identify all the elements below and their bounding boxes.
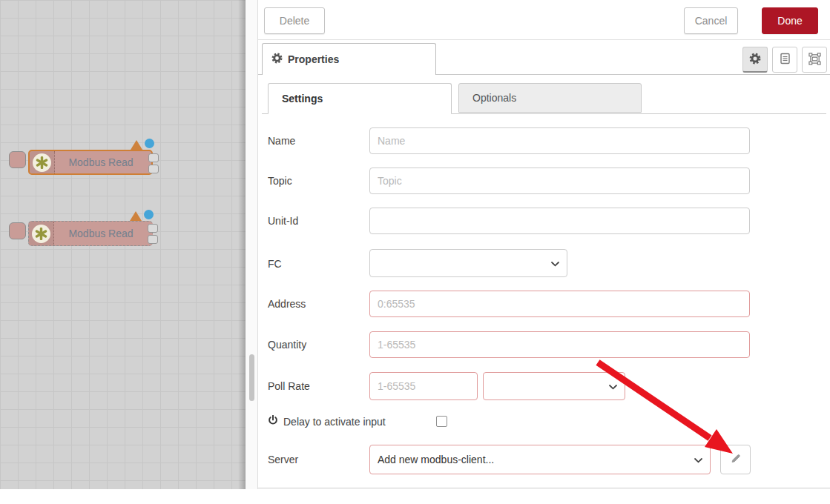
address-label: Address bbox=[268, 298, 364, 310]
server-select-value: Add new modbus-client... bbox=[378, 454, 494, 465]
node-error-triangle-icon bbox=[130, 211, 142, 221]
node-modbus-read-2[interactable]: Modbus Read bbox=[28, 221, 153, 246]
description-view-button[interactable] bbox=[772, 47, 797, 73]
topic-label: Topic bbox=[268, 175, 364, 187]
node-label: Modbus Read bbox=[54, 222, 152, 245]
address-input[interactable] bbox=[369, 291, 750, 317]
pencil-icon bbox=[730, 453, 741, 466]
tab-optionals-label: Optionals bbox=[472, 92, 516, 104]
node-output-port-2[interactable] bbox=[148, 165, 159, 173]
tab-settings-label: Settings bbox=[282, 93, 323, 105]
gear-icon bbox=[749, 53, 761, 67]
node-modbus-read-1[interactable]: Modbus Read bbox=[28, 150, 153, 175]
tab-optionals[interactable]: Optionals bbox=[458, 83, 642, 113]
poll-rate-input[interactable] bbox=[369, 372, 478, 400]
delay-checkbox[interactable] bbox=[436, 416, 447, 427]
node-output-port-1[interactable] bbox=[148, 224, 158, 233]
node-label: Modbus Read bbox=[55, 151, 151, 173]
power-icon bbox=[268, 415, 278, 428]
tab-properties[interactable]: Properties bbox=[262, 43, 436, 75]
canvas-edge-shadow bbox=[238, 0, 246, 489]
node-icon-area bbox=[29, 222, 54, 245]
tab-properties-label: Properties bbox=[288, 53, 339, 65]
cancel-button[interactable]: Cancel bbox=[684, 7, 738, 34]
gear-icon bbox=[271, 53, 283, 66]
document-icon bbox=[780, 53, 791, 67]
scrollbar-thumb[interactable] bbox=[249, 354, 254, 401]
node-changed-dot-icon bbox=[144, 210, 154, 219]
delete-button[interactable]: Delete bbox=[264, 7, 325, 34]
tab-settings[interactable]: Settings bbox=[268, 83, 452, 114]
name-label: Name bbox=[268, 135, 364, 147]
server-select[interactable]: Add new modbus-client... bbox=[369, 445, 711, 474]
quantity-input[interactable] bbox=[369, 331, 750, 358]
modbus-asterisk-icon bbox=[32, 225, 50, 243]
done-button[interactable]: Done bbox=[762, 7, 818, 34]
fc-label: FC bbox=[268, 258, 364, 270]
header-divider bbox=[258, 39, 830, 40]
chevron-down-icon bbox=[551, 257, 559, 269]
fc-select[interactable] bbox=[369, 249, 567, 277]
node-output-port-2[interactable] bbox=[148, 235, 158, 244]
server-label: Server bbox=[268, 454, 364, 465]
poll-rate-label: Poll Rate bbox=[268, 380, 364, 392]
name-input[interactable] bbox=[369, 127, 750, 154]
edit-tray: Delete Cancel Done Properties bbox=[257, 0, 830, 489]
properties-view-button[interactable] bbox=[742, 47, 768, 73]
chevron-down-icon bbox=[609, 380, 617, 392]
chevron-down-icon bbox=[694, 454, 702, 465]
node-output-port-1[interactable] bbox=[148, 153, 159, 162]
appearance-view-button[interactable] bbox=[802, 47, 827, 73]
unit-id-input[interactable] bbox=[369, 208, 750, 234]
quantity-label: Quantity bbox=[268, 339, 364, 351]
delay-label: Delay to activate input bbox=[283, 416, 386, 428]
node-changed-dot-icon bbox=[145, 139, 154, 148]
topic-input[interactable] bbox=[369, 168, 750, 194]
flow-canvas[interactable]: Modbus Read Modbus Read bbox=[0, 0, 246, 489]
edit-server-button[interactable] bbox=[720, 445, 751, 474]
node-icon-area bbox=[30, 151, 55, 173]
form-bottom-divider bbox=[258, 488, 830, 488]
node-error-triangle-icon bbox=[131, 140, 142, 150]
scrollbar-track[interactable] bbox=[246, 0, 257, 489]
node-input-port[interactable] bbox=[9, 151, 26, 168]
node-input-port[interactable] bbox=[9, 222, 26, 239]
appearance-icon bbox=[808, 53, 821, 67]
unit-id-label: Unit-Id bbox=[268, 215, 364, 227]
modbus-asterisk-icon bbox=[33, 153, 51, 172]
poll-rate-unit-select[interactable] bbox=[483, 372, 625, 400]
delay-row: Delay to activate input bbox=[268, 415, 386, 428]
